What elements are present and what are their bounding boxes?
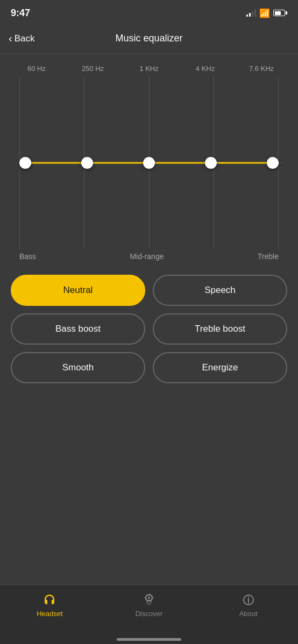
tab-bar: Headset Discover About bbox=[0, 584, 298, 644]
tab-headset[interactable]: Headset bbox=[0, 590, 100, 618]
freq-label-250hz: 250 Hz bbox=[72, 65, 115, 73]
eq-chart[interactable] bbox=[15, 77, 283, 249]
tab-about-label: About bbox=[239, 610, 258, 618]
eq-label-midrange: Mid-range bbox=[130, 252, 164, 261]
eq-knob-1[interactable] bbox=[19, 157, 31, 169]
eq-knob-3[interactable] bbox=[143, 157, 155, 169]
presets-row-3: Smooth Energize bbox=[11, 352, 287, 383]
eq-label-bass: Bass bbox=[19, 252, 36, 261]
freq-label-4khz: 4 KHz bbox=[184, 65, 227, 73]
svg-point-4 bbox=[247, 597, 249, 598]
preset-speech-button[interactable]: Speech bbox=[153, 275, 287, 306]
back-chevron-icon: ‹ bbox=[9, 32, 12, 45]
eq-knob-5[interactable] bbox=[267, 157, 279, 169]
back-label: Back bbox=[15, 33, 35, 44]
battery-icon bbox=[273, 10, 287, 16]
eq-range-labels: Bass Mid-range Treble bbox=[15, 252, 283, 261]
status-time: 9:47 bbox=[11, 8, 30, 19]
freq-labels: 60 Hz 250 Hz 1 KHz 4 KHz 7.6 KHz bbox=[15, 65, 283, 73]
eq-knob-2[interactable] bbox=[81, 157, 93, 169]
eq-label-treble: Treble bbox=[258, 252, 279, 261]
eq-knob-4[interactable] bbox=[205, 157, 217, 169]
nav-bar: ‹ Back Music equalizer bbox=[0, 24, 298, 54]
preset-energize-button[interactable]: Energize bbox=[153, 352, 287, 383]
preset-treble-boost-button[interactable]: Treble boost bbox=[153, 313, 287, 345]
tab-headset-label: Headset bbox=[37, 610, 62, 618]
preset-bass-boost-button[interactable]: Bass boost bbox=[11, 313, 145, 345]
svg-point-1 bbox=[148, 597, 150, 599]
equalizer-section: 60 Hz 250 Hz 1 KHz 4 KHz 7.6 KHz Bass bbox=[0, 54, 298, 266]
tab-discover-label: Discover bbox=[136, 610, 163, 618]
back-button[interactable]: ‹ Back bbox=[9, 32, 34, 45]
presets-section: Neutral Speech Bass boost Treble boost S… bbox=[0, 266, 298, 383]
preset-neutral-button[interactable]: Neutral bbox=[11, 275, 145, 306]
eq-knobs[interactable] bbox=[19, 157, 279, 169]
signal-icon bbox=[246, 9, 256, 17]
freq-label-76khz: 7.6 KHz bbox=[240, 65, 283, 73]
tab-about[interactable]: About bbox=[198, 590, 298, 618]
presets-row-2: Bass boost Treble boost bbox=[11, 313, 287, 345]
about-icon bbox=[241, 592, 256, 607]
presets-row-1: Neutral Speech bbox=[11, 275, 287, 306]
freq-label-1khz: 1 KHz bbox=[127, 65, 171, 73]
tab-discover[interactable]: Discover bbox=[100, 590, 199, 618]
wifi-icon: 📶 bbox=[259, 8, 270, 18]
status-bar: 9:47 📶 bbox=[0, 0, 298, 24]
status-icons: 📶 bbox=[246, 8, 287, 18]
headset-icon bbox=[42, 592, 57, 607]
discover-icon bbox=[141, 592, 157, 607]
page-title: Music equalizer bbox=[115, 33, 182, 44]
home-indicator bbox=[117, 638, 181, 641]
preset-smooth-button[interactable]: Smooth bbox=[11, 352, 145, 383]
freq-label-60hz: 60 Hz bbox=[15, 65, 58, 73]
